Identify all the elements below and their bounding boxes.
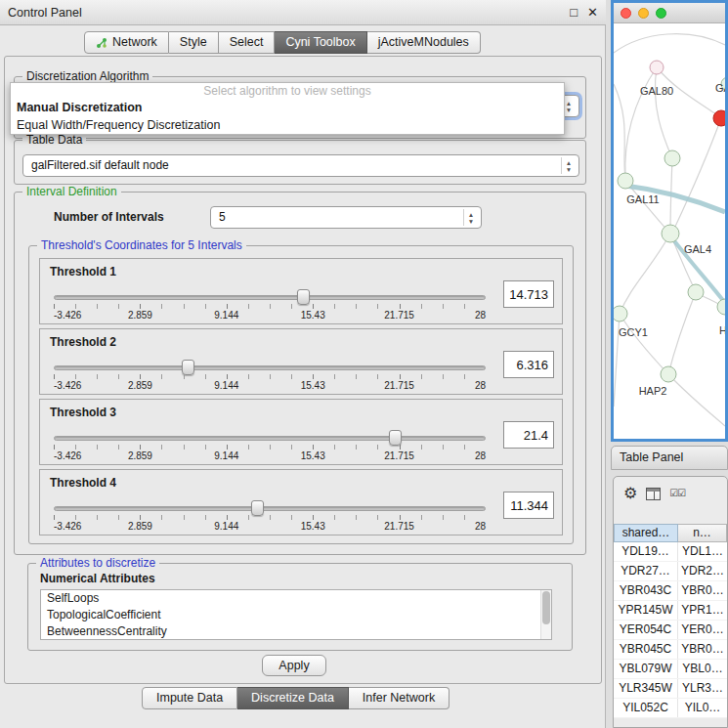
- dropdown-item-equal-width-frequency[interactable]: Equal Width/Frequency Discretization: [11, 116, 564, 134]
- select-columns-icon[interactable]: ☑☑: [669, 489, 685, 498]
- table-cell[interactable]: YPR145W: [614, 601, 678, 620]
- tab-jactivemnodules[interactable]: jActiveMNodules: [367, 31, 481, 54]
- table-panel-header[interactable]: Table Panel: [611, 446, 728, 470]
- table-cell[interactable]: YBR0…: [678, 581, 727, 600]
- table-cell[interactable]: YLR345W: [614, 679, 678, 698]
- table-cell[interactable]: YDL1…: [678, 542, 727, 561]
- table-cell[interactable]: YER0…: [678, 621, 727, 639]
- table-data-combo-value: galFiltered.sif default node: [31, 158, 169, 172]
- control-panel-titlebar[interactable]: Control Panel □ ✕: [0, 0, 606, 25]
- network-node[interactable]: [662, 225, 679, 242]
- columns-icon[interactable]: [646, 488, 661, 500]
- combo-stepper-icon[interactable]: ▲▼: [463, 209, 478, 226]
- threshold-3-value-field[interactable]: [503, 421, 554, 449]
- table-cell[interactable]: YIL0…: [678, 699, 727, 717]
- combo-stepper-icon[interactable]: ▲▼: [561, 157, 576, 174]
- tab-network[interactable]: Network: [84, 31, 169, 54]
- threshold-4-value-field[interactable]: [503, 492, 554, 519]
- interval-definition-group: Interval Definition Number of Intervals …: [14, 192, 586, 555]
- gear-icon[interactable]: ⚙: [623, 486, 637, 501]
- slider-track[interactable]: [54, 295, 486, 300]
- zoom-traffic-light-icon[interactable]: [656, 8, 666, 19]
- table-cell[interactable]: YLR3…: [678, 679, 727, 698]
- number-of-intervals-combo[interactable]: 5 ▲▼: [210, 206, 482, 229]
- slider-handle[interactable]: [389, 430, 402, 446]
- table-cell[interactable]: YDR2…: [678, 562, 727, 580]
- table-cell[interactable]: YBR043C: [614, 581, 678, 600]
- table-cell[interactable]: YBL079W: [614, 660, 678, 678]
- threshold-1-slider[interactable]: -3.426 2.859 9.144 15.43 21.715 28: [54, 290, 486, 323]
- threshold-2-value-field[interactable]: [503, 351, 554, 378]
- list-item[interactable]: BetweennessCentrality: [41, 623, 551, 640]
- table-row[interactable]: YDL19… YDL1…: [614, 542, 727, 562]
- tab-infer-network[interactable]: Infer Network: [349, 687, 450, 709]
- threshold-2-slider[interactable]: -3.426 2.859 9.144 15.43 21.715 28: [54, 361, 486, 394]
- table-row[interactable]: YLR345W YLR3…: [614, 679, 727, 699]
- network-node[interactable]: [618, 173, 633, 189]
- network-node[interactable]: [664, 150, 680, 166]
- table-toolbar: ⚙ ☑☑: [614, 477, 727, 510]
- list-scrollbar-thumb[interactable]: [542, 591, 550, 624]
- slider-handle[interactable]: [297, 289, 310, 305]
- slider-track[interactable]: [54, 365, 486, 370]
- apply-button[interactable]: Apply: [262, 655, 326, 676]
- network-node[interactable]: [614, 306, 627, 321]
- table-row[interactable]: YBR045C YBR0…: [614, 640, 727, 660]
- table-row[interactable]: YDR27… YDR2…: [614, 562, 727, 581]
- list-scrollbar[interactable]: [540, 590, 551, 639]
- network-window: GAL80 GA GAL11 GAL4 GCY1 H HAP2: [611, 0, 728, 442]
- table-cell[interactable]: YBL0…: [678, 660, 727, 678]
- table-cell[interactable]: YDR27…: [614, 562, 678, 580]
- minimize-traffic-light-icon[interactable]: [638, 8, 649, 19]
- network-node-selected[interactable]: [713, 110, 725, 126]
- close-window-icon[interactable]: ✕: [587, 6, 598, 19]
- list-item[interactable]: SelfLoops: [41, 590, 551, 607]
- tick-label: 21.715: [384, 521, 414, 532]
- table-cell[interactable]: YDL19…: [614, 542, 678, 561]
- slider-track[interactable]: [54, 506, 486, 511]
- network-node[interactable]: [688, 284, 704, 300]
- table-row[interactable]: YBR043C YBR0…: [614, 581, 727, 601]
- network-node[interactable]: [661, 366, 676, 382]
- threshold-3-slider[interactable]: -3.426 2.859 9.144 15.43 21.715 28: [54, 431, 486, 464]
- tab-select-label: Select: [230, 32, 264, 53]
- slider-handle[interactable]: [251, 500, 264, 516]
- thresholds-group-title: Threshold's Coordinates for 5 Intervals: [37, 238, 246, 252]
- tab-cyni-toolbox[interactable]: Cyni Toolbox: [275, 31, 366, 54]
- column-header-name[interactable]: n…: [678, 524, 727, 542]
- slider-track[interactable]: [54, 436, 486, 441]
- tab-impute-data[interactable]: Impute Data: [142, 687, 237, 709]
- tick-label: -3.426: [54, 380, 81, 391]
- table-row[interactable]: YIL052C YIL0…: [614, 699, 727, 718]
- table-row[interactable]: YBL079W YBL0…: [614, 660, 727, 679]
- threshold-1-value-field[interactable]: [503, 280, 554, 308]
- table-cell[interactable]: YIL052C: [614, 699, 678, 717]
- table-row[interactable]: YPR145W YPR1…: [614, 601, 727, 621]
- network-window-titlebar[interactable]: [614, 3, 725, 23]
- tick-label: 9.144: [214, 521, 238, 532]
- slider-ticks: [54, 515, 486, 520]
- close-traffic-light-icon[interactable]: [621, 8, 631, 19]
- table-row[interactable]: YER054C YER0…: [614, 621, 727, 640]
- node-label: GAL11: [626, 193, 659, 205]
- tab-select[interactable]: Select: [219, 31, 276, 54]
- tick-label: 2.859: [128, 450, 152, 461]
- threshold-4-slider[interactable]: -3.426 2.859 9.144 15.43 21.715 28: [54, 501, 486, 535]
- dropdown-item-manual-discretization[interactable]: Manual Discretization: [11, 99, 564, 116]
- table-cell[interactable]: YPR1…: [678, 601, 727, 620]
- table-panel: ⚙ ☑☑ shared… n… YDL19… YDL1… YDR27… YDR2…: [613, 476, 728, 728]
- table-data-combo[interactable]: galFiltered.sif default node ▲▼: [22, 154, 579, 177]
- tab-discretize-data[interactable]: Discretize Data: [237, 687, 349, 709]
- network-node[interactable]: [650, 61, 664, 74]
- list-item[interactable]: TopologicalCoefficient: [41, 607, 551, 623]
- table-cell[interactable]: YER054C: [614, 621, 678, 639]
- control-panel-window: Control Panel □ ✕ Network Style Select C…: [0, 0, 606, 728]
- slider-handle[interactable]: [182, 360, 194, 375]
- column-header-shared-name[interactable]: shared…: [614, 524, 678, 542]
- float-window-icon[interactable]: □: [570, 6, 578, 19]
- network-canvas[interactable]: GAL80 GA GAL11 GAL4 GCY1 H HAP2: [614, 23, 725, 438]
- tab-style[interactable]: Style: [169, 31, 219, 54]
- network-node[interactable]: [717, 299, 725, 315]
- table-cell[interactable]: YBR0…: [678, 640, 727, 659]
- table-cell[interactable]: YBR045C: [614, 640, 678, 659]
